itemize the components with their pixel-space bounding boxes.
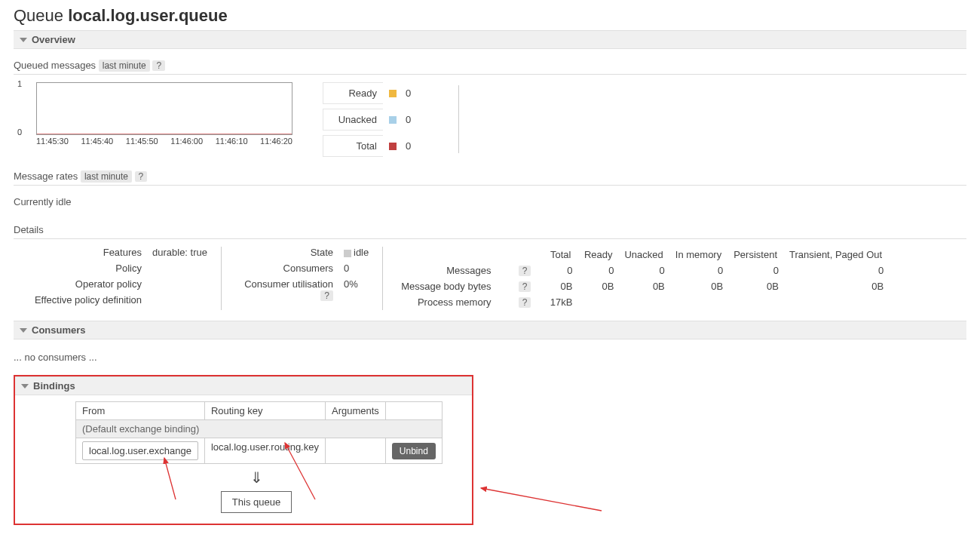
message-rates-window[interactable]: last minute bbox=[81, 170, 132, 183]
queued-messages-help[interactable]: ? bbox=[152, 60, 165, 71]
section-consumers-label: Consumers bbox=[32, 324, 86, 336]
chart-ytick-min: 0 bbox=[17, 127, 22, 137]
chart-ytick-max: 1 bbox=[17, 79, 22, 88]
effective-policy-label: Effective policy definition bbox=[14, 294, 142, 306]
binding-row: local.log.user.exchange local.log.user.r… bbox=[76, 438, 443, 464]
bindings-th-routing: Routing key bbox=[204, 402, 325, 420]
this-queue-box: This queue bbox=[221, 491, 292, 513]
operator-policy-label: Operator policy bbox=[14, 278, 142, 290]
messages-help[interactable]: ? bbox=[519, 266, 531, 276]
binding-routing-key: local.log.user.routing.key bbox=[204, 438, 325, 464]
queued-messages-label: Queued messages bbox=[14, 60, 96, 71]
table-row: Process memory ? 17kB bbox=[397, 294, 888, 310]
svg-line-0 bbox=[481, 488, 602, 511]
section-consumers-header[interactable]: Consumers bbox=[14, 321, 966, 339]
policy-label: Policy bbox=[14, 263, 142, 274]
section-bindings-label: Bindings bbox=[33, 380, 75, 392]
queued-messages-legend: Ready 0 Unacked 0 Total 0 bbox=[323, 82, 428, 157]
idle-text: Currently idle bbox=[14, 193, 966, 213]
table-row: Message body bytes ? 0B 0B 0B 0B 0B 0B bbox=[397, 278, 888, 294]
consumer-util-value: 0% bbox=[344, 278, 369, 301]
legend-total-swatch bbox=[389, 143, 397, 150]
binding-from-exchange[interactable]: local.log.user.exchange bbox=[82, 441, 198, 460]
section-overview-header[interactable]: Overview bbox=[14, 30, 966, 49]
stats-h-persist: Persistent bbox=[727, 247, 783, 263]
queued-messages-row: Queued messages last minute ? bbox=[14, 57, 966, 75]
chart-xaxis: 11:45:30 11:45:40 11:45:50 11:46:00 11:4… bbox=[36, 137, 292, 146]
body-bytes-help[interactable]: ? bbox=[519, 281, 531, 292]
section-bindings-header[interactable]: Bindings bbox=[15, 376, 472, 395]
message-rates-row: Message rates last minute ? bbox=[14, 167, 966, 186]
stats-h-transient: Transient, Paged Out bbox=[783, 247, 888, 263]
page-title: Queue local.log.user.queue bbox=[14, 6, 966, 26]
stats-h-inmem: In memory bbox=[669, 247, 727, 263]
consumers-label: Consumers bbox=[235, 263, 333, 274]
legend-unacked-label: Unacked bbox=[323, 109, 383, 131]
table-row: Messages ? 0 0 0 0 0 0 bbox=[397, 263, 888, 278]
stats-table: Total Ready Unacked In memory Persistent… bbox=[397, 247, 888, 310]
state-label: State bbox=[235, 247, 333, 258]
bindings-highlight-box: Bindings From Routing key Arguments (Def… bbox=[14, 375, 473, 525]
vertical-divider bbox=[458, 85, 459, 153]
default-exchange-row: (Default exchange binding) bbox=[76, 420, 443, 438]
operator-policy-value bbox=[152, 278, 207, 290]
state-dot-icon bbox=[344, 250, 351, 257]
chevron-down-icon bbox=[20, 38, 27, 42]
queued-messages-window[interactable]: last minute bbox=[99, 60, 150, 72]
queue-name: local.log.user.queue bbox=[68, 6, 228, 25]
default-exchange-text: (Default exchange binding) bbox=[76, 420, 443, 438]
consumer-util-label: Consumer utilisation ? bbox=[235, 278, 333, 301]
flow-arrow-icon: ⇓ bbox=[75, 468, 437, 487]
unbind-button[interactable]: Unbind bbox=[392, 443, 436, 459]
legend-total-value: 0 bbox=[406, 140, 428, 152]
legend-ready-label: Ready bbox=[323, 82, 383, 104]
state-value: idle bbox=[344, 247, 369, 258]
effective-policy-value bbox=[152, 294, 207, 306]
legend-unacked-value: 0 bbox=[406, 114, 428, 125]
stats-h-unacked: Unacked bbox=[618, 247, 669, 263]
details-label: Details bbox=[14, 221, 966, 239]
features-label: Features bbox=[14, 247, 142, 258]
queued-messages-chart: 1 0 11:45:30 11:45:40 11:45:50 11:46:00 … bbox=[14, 82, 292, 146]
proc-mem-help[interactable]: ? bbox=[519, 297, 531, 308]
stats-h-total: Total bbox=[535, 247, 577, 263]
title-prefix: Queue bbox=[14, 6, 68, 25]
no-consumers-text: ... no consumers ... bbox=[14, 347, 966, 375]
bindings-th-from: From bbox=[76, 402, 205, 420]
features-value: durable: true bbox=[152, 247, 207, 258]
legend-unacked-swatch bbox=[389, 116, 397, 124]
chevron-down-icon bbox=[20, 328, 27, 333]
chevron-down-icon bbox=[21, 384, 29, 389]
details-block: Features durable: true Policy Operator p… bbox=[14, 247, 966, 318]
consumers-value: 0 bbox=[344, 263, 369, 274]
message-rates-help[interactable]: ? bbox=[135, 171, 148, 182]
legend-ready-swatch bbox=[389, 90, 397, 97]
policy-value bbox=[152, 263, 207, 274]
consumer-util-help[interactable]: ? bbox=[320, 290, 333, 301]
section-overview-label: Overview bbox=[32, 34, 75, 45]
legend-ready-value: 0 bbox=[406, 88, 428, 99]
stats-h-ready: Ready bbox=[577, 247, 618, 263]
bindings-table: From Routing key Arguments (Default exch… bbox=[75, 401, 443, 464]
binding-args bbox=[325, 438, 385, 464]
message-rates-label: Message rates bbox=[14, 170, 78, 182]
legend-total-label: Total bbox=[323, 135, 383, 157]
bindings-th-args: Arguments bbox=[325, 402, 385, 420]
